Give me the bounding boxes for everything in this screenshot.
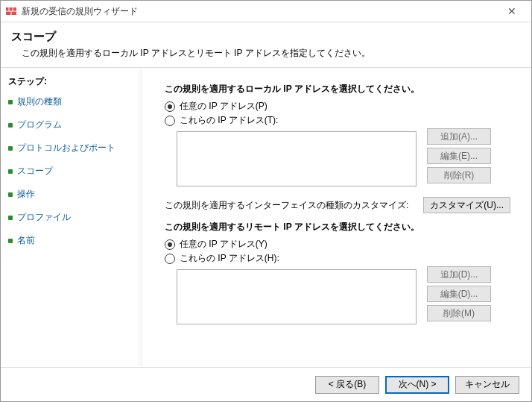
wizard-footer: < 戻る(B) 次へ(N) > キャンセル — [1, 367, 531, 401]
sidebar-item-label: プロファイル — [17, 211, 71, 224]
wizard-header: スコープ この規則を適用するローカル IP アドレスとリモート IP アドレスを… — [1, 22, 531, 67]
step-bullet-icon — [8, 123, 13, 128]
sidebar-item-action[interactable]: 操作 — [8, 186, 135, 202]
step-bullet-icon — [8, 239, 13, 243]
customize-interface-button[interactable]: カスタマイズ(U)... — [423, 197, 510, 213]
radio-icon — [165, 254, 175, 264]
sidebar-item-label: プロトコルおよびポート — [17, 142, 115, 154]
local-any-ip-radio[interactable]: 任意の IP アドレス(P) — [165, 100, 521, 113]
local-these-ip-radio[interactable]: これらの IP アドレス(T): — [165, 114, 521, 127]
radio-label: 任意の IP アドレス(P) — [180, 100, 267, 113]
step-bullet-icon — [8, 100, 13, 104]
radio-icon — [165, 101, 175, 112]
next-button[interactable]: 次へ(N) > — [385, 376, 449, 394]
sidebar-item-label: プログラム — [17, 119, 62, 131]
sidebar-item-scope[interactable]: スコープ — [8, 163, 135, 179]
step-bullet-icon — [8, 216, 13, 220]
sidebar-item-program[interactable]: プログラム — [8, 117, 135, 133]
step-bullet-icon — [8, 169, 13, 174]
local-ip-listbox — [177, 131, 417, 186]
radio-icon — [165, 116, 175, 126]
steps-label: ステップ: — [8, 75, 135, 88]
sidebar-item-protocol-ports[interactable]: プロトコルおよびポート — [8, 140, 135, 156]
step-bullet-icon — [8, 192, 13, 197]
sidebar-item-label: スコープ — [17, 165, 53, 178]
remote-ip-title: この規則を適用するリモート IP アドレスを選択してください。 — [165, 221, 521, 233]
sidebar-item-label: 名前 — [17, 234, 35, 247]
sidebar-item-name[interactable]: 名前 — [8, 233, 135, 248]
wizard-window: 新規の受信の規則ウィザード ✕ スコープ この規則を適用するローカル IP アド… — [0, 0, 532, 402]
sidebar-item-profile[interactable]: プロファイル — [8, 210, 135, 225]
sidebar-item-label: 規則の種類 — [17, 95, 62, 108]
firewall-icon — [5, 5, 17, 17]
radio-icon — [165, 239, 175, 250]
steps-sidebar: ステップ: 規則の種類 プログラム プロトコルおよびポート スコープ 操作 — [1, 68, 142, 367]
step-bullet-icon — [8, 146, 13, 151]
window-title: 新規の受信の規則ウィザード — [22, 5, 497, 18]
local-edit-button: 編集(E)... — [427, 148, 491, 164]
remote-these-ip-radio[interactable]: これらの IP アドレス(H): — [165, 252, 521, 265]
sidebar-item-rule-type[interactable]: 規則の種類 — [8, 94, 135, 110]
interface-customize-label: この規則を適用するインターフェイスの種類のカスタマイズ: — [165, 199, 408, 212]
radio-label: 任意の IP アドレス(Y) — [180, 238, 267, 251]
local-add-button: 追加(A)... — [427, 128, 491, 145]
remote-add-button: 追加(D)... — [427, 266, 491, 283]
wizard-body: ステップ: 規則の種類 プログラム プロトコルおよびポート スコープ 操作 — [1, 67, 531, 367]
sidebar-item-label: 操作 — [17, 188, 35, 201]
radio-label: これらの IP アドレス(H): — [180, 252, 279, 265]
cancel-button[interactable]: キャンセル — [455, 376, 519, 394]
remote-ip-listbox — [177, 269, 417, 324]
page-subtitle: この規則を適用するローカル IP アドレスとリモート IP アドレスを指定してく… — [22, 47, 521, 60]
local-remove-button: 削除(R) — [427, 167, 491, 183]
remote-remove-button: 削除(M) — [427, 305, 491, 321]
page-title: スコープ — [11, 30, 521, 44]
remote-edit-button: 編集(D)... — [427, 286, 491, 302]
back-button[interactable]: < 戻る(B) — [315, 376, 379, 394]
content-panel: この規則を適用するローカル IP アドレスを選択してください。 任意の IP ア… — [142, 68, 531, 367]
titlebar: 新規の受信の規則ウィザード ✕ — [1, 1, 531, 22]
radio-label: これらの IP アドレス(T): — [180, 114, 278, 127]
close-icon[interactable]: ✕ — [497, 6, 527, 16]
remote-any-ip-radio[interactable]: 任意の IP アドレス(Y) — [165, 238, 521, 251]
local-ip-title: この規則を適用するローカル IP アドレスを選択してください。 — [165, 83, 521, 95]
